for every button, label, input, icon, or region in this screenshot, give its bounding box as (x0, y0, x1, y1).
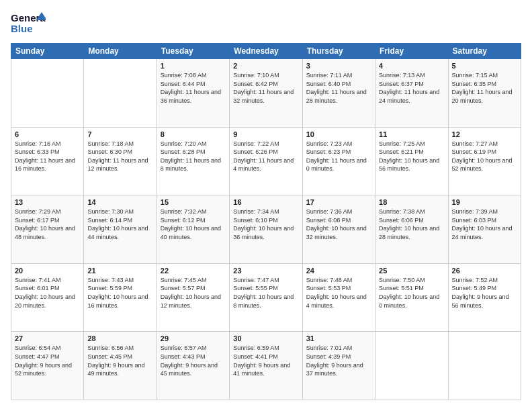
cell-w1-d3: 1Sunrise: 7:08 AM Sunset: 6:44 PM Daylig… (157, 59, 229, 128)
day-number: 21 (87, 267, 152, 275)
cell-w4-d1: 20Sunrise: 7:41 AM Sunset: 6:01 PM Dayli… (11, 263, 84, 332)
week-row-3: 13Sunrise: 7:29 AM Sunset: 6:17 PM Dayli… (11, 195, 521, 264)
day-number: 6 (15, 130, 80, 138)
day-info: Sunrise: 6:57 AM Sunset: 4:43 PM Dayligh… (161, 344, 226, 377)
day-info: Sunrise: 7:41 AM Sunset: 6:01 PM Dayligh… (15, 276, 80, 310)
cell-w5-d7 (448, 332, 521, 400)
day-info: Sunrise: 7:20 AM Sunset: 6:28 PM Dayligh… (161, 140, 226, 173)
day-info: Sunrise: 7:25 AM Sunset: 6:21 PM Dayligh… (379, 140, 444, 173)
day-info: Sunrise: 7:52 AM Sunset: 5:49 PM Dayligh… (452, 276, 517, 310)
cell-w1-d6: 4Sunrise: 7:13 AM Sunset: 6:37 PM Daylig… (375, 59, 448, 128)
day-number: 16 (233, 198, 298, 206)
day-info: Sunrise: 7:50 AM Sunset: 5:51 PM Dayligh… (379, 276, 444, 310)
cell-w2-d4: 9Sunrise: 7:22 AM Sunset: 6:26 PM Daylig… (230, 127, 302, 195)
day-info: Sunrise: 7:48 AM Sunset: 5:53 PM Dayligh… (306, 276, 371, 310)
day-number: 31 (306, 334, 371, 342)
day-number: 2 (233, 62, 298, 70)
day-info: Sunrise: 7:10 AM Sunset: 6:42 PM Dayligh… (233, 71, 298, 105)
header-saturday: Saturday (448, 44, 521, 59)
week-row-1: 1Sunrise: 7:08 AM Sunset: 6:44 PM Daylig… (11, 59, 521, 128)
day-info: Sunrise: 6:56 AM Sunset: 4:45 PM Dayligh… (87, 344, 152, 377)
cell-w4-d2: 21Sunrise: 7:43 AM Sunset: 5:59 PM Dayli… (84, 263, 157, 332)
day-number: 30 (233, 334, 298, 342)
cell-w4-d5: 24Sunrise: 7:48 AM Sunset: 5:53 PM Dayli… (302, 263, 375, 332)
day-number: 27 (15, 334, 80, 342)
cell-w5-d2: 28Sunrise: 6:56 AM Sunset: 4:45 PM Dayli… (84, 332, 157, 400)
day-info: Sunrise: 7:23 AM Sunset: 6:23 PM Dayligh… (306, 140, 371, 173)
day-info: Sunrise: 7:47 AM Sunset: 5:55 PM Dayligh… (233, 276, 298, 310)
cell-w4-d4: 23Sunrise: 7:47 AM Sunset: 5:55 PM Dayli… (230, 263, 302, 332)
day-number: 15 (161, 198, 226, 206)
day-info: Sunrise: 7:45 AM Sunset: 5:57 PM Dayligh… (161, 276, 226, 310)
day-number: 25 (379, 267, 444, 275)
day-info: Sunrise: 7:34 AM Sunset: 6:10 PM Dayligh… (233, 208, 298, 241)
cell-w1-d2 (84, 59, 157, 128)
header-row: SundayMondayTuesdayWednesdayThursdayFrid… (11, 44, 521, 59)
week-row-4: 20Sunrise: 7:41 AM Sunset: 6:01 PM Dayli… (11, 263, 521, 332)
cell-w5-d1: 27Sunrise: 6:54 AM Sunset: 4:47 PM Dayli… (11, 332, 84, 400)
day-number: 18 (379, 198, 444, 206)
cell-w3-d4: 16Sunrise: 7:34 AM Sunset: 6:10 PM Dayli… (230, 195, 302, 264)
day-number: 24 (306, 267, 371, 275)
day-number: 17 (306, 198, 371, 206)
day-number: 19 (452, 198, 517, 206)
header-sunday: Sunday (11, 44, 84, 59)
page: General Blue SundayMondayTuesdayWednesda… (0, 0, 532, 411)
day-info: Sunrise: 7:27 AM Sunset: 6:19 PM Dayligh… (452, 140, 517, 173)
day-number: 8 (161, 130, 226, 138)
week-row-2: 6Sunrise: 7:16 AM Sunset: 6:33 PM Daylig… (11, 127, 521, 195)
day-number: 14 (87, 198, 152, 206)
day-number: 26 (452, 267, 517, 275)
day-info: Sunrise: 6:54 AM Sunset: 4:47 PM Dayligh… (15, 344, 80, 377)
day-number: 29 (161, 334, 226, 342)
day-info: Sunrise: 7:22 AM Sunset: 6:26 PM Dayligh… (233, 140, 298, 173)
day-number: 5 (452, 62, 517, 70)
week-row-5: 27Sunrise: 6:54 AM Sunset: 4:47 PM Dayli… (11, 332, 521, 400)
day-info: Sunrise: 7:38 AM Sunset: 6:06 PM Dayligh… (379, 208, 444, 241)
calendar-body: 1Sunrise: 7:08 AM Sunset: 6:44 PM Daylig… (11, 59, 521, 400)
cell-w2-d2: 7Sunrise: 7:18 AM Sunset: 6:30 PM Daylig… (84, 127, 157, 195)
day-number: 20 (15, 267, 80, 275)
day-info: Sunrise: 7:08 AM Sunset: 6:44 PM Dayligh… (161, 71, 226, 105)
cell-w5-d6 (375, 332, 448, 400)
day-info: Sunrise: 7:15 AM Sunset: 6:35 PM Dayligh… (452, 71, 517, 105)
day-info: Sunrise: 6:59 AM Sunset: 4:41 PM Dayligh… (233, 344, 298, 377)
cell-w3-d1: 13Sunrise: 7:29 AM Sunset: 6:17 PM Dayli… (11, 195, 84, 264)
day-info: Sunrise: 7:32 AM Sunset: 6:12 PM Dayligh… (161, 208, 226, 241)
day-info: Sunrise: 7:29 AM Sunset: 6:17 PM Dayligh… (15, 208, 80, 241)
day-info: Sunrise: 7:43 AM Sunset: 5:59 PM Dayligh… (87, 276, 152, 310)
day-info: Sunrise: 7:39 AM Sunset: 6:03 PM Dayligh… (452, 208, 517, 241)
header-friday: Friday (375, 44, 448, 59)
cell-w4-d6: 25Sunrise: 7:50 AM Sunset: 5:51 PM Dayli… (375, 263, 448, 332)
day-info: Sunrise: 7:13 AM Sunset: 6:37 PM Dayligh… (379, 71, 444, 105)
cell-w2-d1: 6Sunrise: 7:16 AM Sunset: 6:33 PM Daylig… (11, 127, 84, 195)
day-number: 12 (452, 130, 517, 138)
day-number: 13 (15, 198, 80, 206)
cell-w4-d3: 22Sunrise: 7:45 AM Sunset: 5:57 PM Dayli… (157, 263, 229, 332)
day-number: 22 (161, 267, 226, 275)
cell-w2-d7: 12Sunrise: 7:27 AM Sunset: 6:19 PM Dayli… (448, 127, 521, 195)
header-thursday: Thursday (302, 44, 375, 59)
cell-w1-d1 (11, 59, 84, 128)
day-info: Sunrise: 7:01 AM Sunset: 4:39 PM Dayligh… (306, 344, 371, 377)
cell-w2-d5: 10Sunrise: 7:23 AM Sunset: 6:23 PM Dayli… (302, 127, 375, 195)
cell-w3-d5: 17Sunrise: 7:36 AM Sunset: 6:08 PM Dayli… (302, 195, 375, 264)
day-info: Sunrise: 7:30 AM Sunset: 6:14 PM Dayligh… (87, 208, 152, 241)
cell-w3-d2: 14Sunrise: 7:30 AM Sunset: 6:14 PM Dayli… (84, 195, 157, 264)
day-number: 23 (233, 267, 298, 275)
cell-w5-d4: 30Sunrise: 6:59 AM Sunset: 4:41 PM Dayli… (230, 332, 302, 400)
day-number: 9 (233, 130, 298, 138)
cell-w5-d5: 31Sunrise: 7:01 AM Sunset: 4:39 PM Dayli… (302, 332, 375, 400)
cell-w1-d7: 5Sunrise: 7:15 AM Sunset: 6:35 PM Daylig… (448, 59, 521, 128)
day-number: 11 (379, 130, 444, 138)
logo-svg: General Blue (11, 11, 46, 36)
day-number: 28 (87, 334, 152, 342)
day-info: Sunrise: 7:18 AM Sunset: 6:30 PM Dayligh… (87, 140, 152, 173)
day-info: Sunrise: 7:16 AM Sunset: 6:33 PM Dayligh… (15, 140, 80, 173)
header-monday: Monday (84, 44, 157, 59)
cell-w3-d6: 18Sunrise: 7:38 AM Sunset: 6:06 PM Dayli… (375, 195, 448, 264)
day-number: 3 (306, 62, 371, 70)
cell-w3-d7: 19Sunrise: 7:39 AM Sunset: 6:03 PM Dayli… (448, 195, 521, 264)
day-info: Sunrise: 7:36 AM Sunset: 6:08 PM Dayligh… (306, 208, 371, 241)
cell-w1-d4: 2Sunrise: 7:10 AM Sunset: 6:42 PM Daylig… (230, 59, 302, 128)
